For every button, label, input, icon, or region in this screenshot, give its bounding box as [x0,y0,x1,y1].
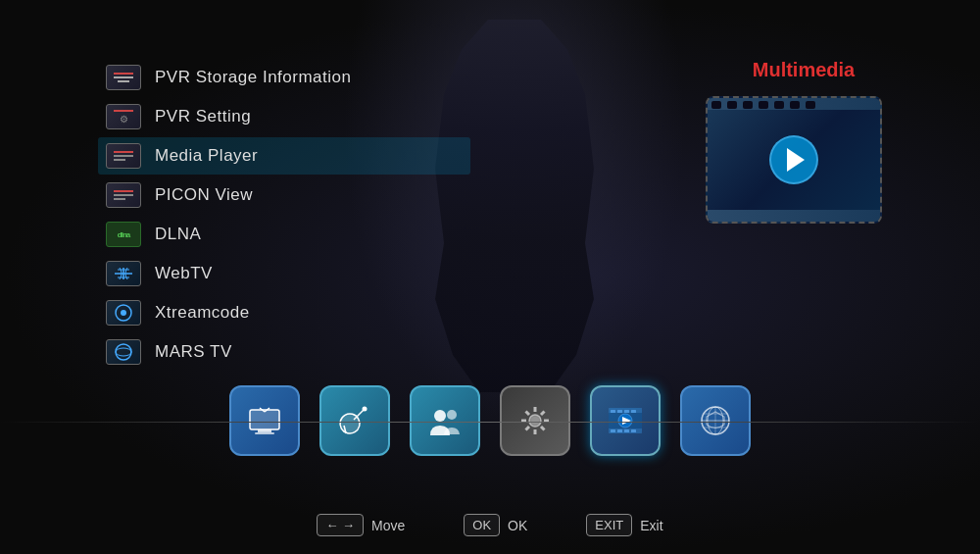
ok-key-badge: OK [464,514,500,536]
menu-panel: PVR Storage Information ⚙ PVR Setting Me… [98,59,470,373]
film-hole [743,211,753,219]
pvr-storage-label: PVR Storage Information [155,68,351,87]
xtream-icon [106,300,141,326]
move-label: Move [371,518,405,533]
svg-rect-36 [611,429,615,432]
media-player-icon [106,143,141,169]
svg-rect-8 [250,410,279,429]
menu-item-pvr-storage[interactable]: PVR Storage Information [98,59,470,96]
media-preview [706,96,882,224]
svg-rect-34 [624,410,629,413]
film-hole [759,211,768,219]
webtv-label: WebTV [155,264,213,283]
bottom-icon-media[interactable] [590,385,661,456]
exit-label: Exit [640,518,662,533]
film-hole [806,101,815,109]
svg-line-25 [541,427,545,430]
film-strip-top [708,98,880,112]
svg-rect-37 [617,429,622,432]
bottom-icon-users[interactable] [410,385,480,456]
bottom-icons-bar [0,385,980,456]
film-hole [711,211,721,219]
move-key-badge: ← → [317,514,364,536]
footer-nav: ← → Move OK OK EXIT Exit [0,514,980,536]
multimedia-panel: Multimedia [706,59,902,224]
svg-point-15 [363,407,368,412]
menu-item-picon-view[interactable]: PICON View [98,176,470,214]
bottom-icon-network[interactable] [680,385,751,456]
menu-item-pvr-setting[interactable]: ⚙ PVR Setting [98,98,470,135]
film-hole [759,101,768,109]
svg-rect-32 [611,410,615,413]
svg-line-27 [526,427,530,430]
film-hole [790,101,800,109]
film-hole [711,101,721,109]
film-hole [806,211,815,219]
webtv-icon [106,261,141,286]
menu-item-xtreamcode[interactable]: Xtreamcode [98,294,470,331]
multimedia-title: Multimedia [706,59,902,81]
film-strip-bottom [708,208,880,222]
pvr-storage-icon [106,65,141,90]
horizontal-divider [0,422,980,423]
svg-rect-9 [258,429,271,432]
menu-item-dlna[interactable]: dlna DLNA [98,216,470,253]
pvr-setting-label: PVR Setting [155,107,251,126]
mars-icon [106,339,141,365]
svg-point-6 [116,344,131,360]
dlna-label: DLNA [155,225,201,244]
play-triangle-icon [787,148,805,172]
footer-ok: OK OK [464,514,527,536]
svg-rect-39 [631,429,636,432]
svg-rect-10 [255,432,274,434]
svg-point-5 [121,310,126,316]
xtreamcode-label: Xtreamcode [155,303,250,323]
film-hole [727,211,737,219]
menu-item-mars-tv[interactable]: MARS TV [98,333,470,371]
film-hole [727,101,737,109]
bottom-icon-satellite[interactable] [319,385,390,456]
svg-point-7 [116,348,131,356]
svg-point-17 [434,410,446,422]
film-hole [790,211,800,219]
svg-rect-33 [617,410,622,413]
menu-item-media-player[interactable]: Media Player [98,137,470,175]
svg-line-24 [526,412,530,416]
dlna-icon: dlna [106,222,141,247]
media-player-label: Media Player [155,146,258,166]
svg-point-18 [447,410,457,420]
bottom-icon-tv[interactable] [229,385,300,456]
svg-point-28 [531,417,539,425]
menu-item-webtv[interactable]: WebTV [98,255,470,292]
svg-rect-38 [624,429,629,432]
pvr-setting-icon: ⚙ [106,104,141,129]
ok-label: OK [508,518,527,533]
footer-exit: EXIT Exit [586,514,662,536]
bottom-icon-settings[interactable] [500,385,570,456]
play-button[interactable] [769,135,818,184]
picon-icon [106,182,141,208]
footer-move: ← → Move [317,514,405,536]
film-hole [774,101,784,109]
svg-rect-35 [631,410,636,413]
exit-key-badge: EXIT [586,514,632,536]
mars-tv-label: MARS TV [155,342,232,362]
film-hole [743,101,753,109]
svg-line-26 [541,412,545,416]
picon-view-label: PICON View [155,185,253,205]
film-hole [774,211,784,219]
